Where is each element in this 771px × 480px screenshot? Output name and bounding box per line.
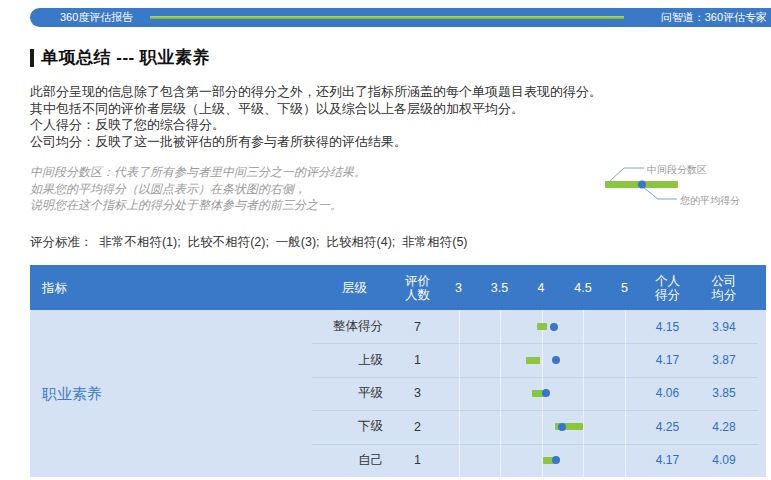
row-personal-score: 4.15: [645, 320, 690, 334]
table-row: 自己 1 4.17 4.09: [30, 444, 766, 477]
header-tick-3-5: 3.5: [479, 281, 520, 295]
row-company-score: 4.28: [690, 420, 758, 434]
middle-band-bar: [526, 357, 540, 364]
average-score-dot: [542, 389, 550, 397]
legend-dot-swatch: [638, 181, 646, 189]
page-title: 单项总结 --- 职业素养: [41, 46, 210, 69]
chart-legend: 中间段分数区 您的平均得分: [600, 160, 771, 212]
note-line: 中间段分数区：代表了所有参与者里中间三分之一的评分结果。: [30, 164, 366, 181]
header-personal-score: 个人 得分: [645, 274, 690, 302]
row-rater-count: 7: [397, 320, 438, 334]
row-company-score: 4.09: [690, 453, 758, 467]
intro-line: 个人得分：反映了您的综合得分。: [30, 117, 602, 134]
legend-dot-label: 您的平均得分: [680, 194, 740, 208]
intro-paragraph: 此部分呈现的信息除了包含第一部分的得分之外，还列出了指标所涵盖的每个单项题目表现…: [30, 84, 602, 150]
row-level-label: 下级: [312, 418, 397, 435]
table-row: 上级 1 4.17 3.87: [30, 343, 766, 376]
header-rater-count: 评价 人数: [397, 274, 438, 302]
intro-line: 公司均分：反映了这一批被评估的所有参与者所获得的评估结果。: [30, 134, 602, 151]
table-body: 职业素养 整体得分 7 4.15 3.94 上级 1 4.17 3.87 平级 …: [30, 310, 766, 477]
middle-band-note: 中间段分数区：代表了所有参与者里中间三分之一的评分结果。 如果您的平均得分（以圆…: [30, 164, 366, 214]
header-company-line1: 公司: [690, 274, 758, 288]
header-rater-count-line1: 评价: [397, 274, 438, 288]
header-personal-line1: 个人: [645, 274, 690, 288]
topbar-green-rule: [150, 16, 624, 19]
row-personal-score: 4.17: [645, 353, 690, 367]
row-personal-score: 4.25: [645, 420, 690, 434]
row-rater-count: 1: [397, 353, 438, 367]
top-bar: 360度评估报告 问智道：360评估专家: [30, 8, 771, 27]
title-accent-bar: [30, 49, 34, 67]
table-row: 平级 3 4.06 3.85: [30, 377, 766, 410]
average-score-dot: [552, 456, 560, 464]
brand-label: 问智道：360评估专家: [661, 10, 767, 25]
middle-band-bar: [537, 323, 548, 330]
section-title: 单项总结 --- 职业素养: [30, 46, 210, 69]
rating-scale-text: 评分标准： 非常不相符(1); 比较不相符(2); 一般(3); 比较相符(4)…: [30, 234, 468, 251]
table-row: 下级 2 4.25 4.28: [30, 410, 766, 443]
row-rater-count: 2: [397, 420, 438, 434]
header-tick-3: 3: [438, 281, 479, 295]
row-personal-score: 4.17: [645, 453, 690, 467]
row-level-label: 自己: [312, 452, 397, 469]
intro-line: 此部分呈现的信息除了包含第一部分的得分之外，还列出了指标所涵盖的每个单项题目表现…: [30, 84, 602, 101]
header-tick-4: 4: [520, 281, 562, 295]
row-level-label: 平级: [312, 385, 397, 402]
intro-line: 其中包括不同的评价者层级（上级、平级、下级）以及综合以上各层级的加权平均分。: [30, 101, 602, 118]
row-company-score: 3.85: [690, 386, 758, 400]
header-company-line2: 均分: [690, 288, 758, 302]
row-personal-score: 4.06: [645, 386, 690, 400]
row-level-label: 整体得分: [312, 318, 397, 335]
header-tick-5: 5: [604, 281, 645, 295]
note-line: 如果您的平均得分（以圆点表示）在条状图的右侧，: [30, 181, 366, 198]
average-score-dot: [552, 356, 560, 364]
note-line: 说明您在这个指标上的得分处于整体参与者的前三分之一。: [30, 197, 366, 214]
row-company-score: 3.94: [690, 320, 758, 334]
header-rater-count-line2: 人数: [397, 288, 438, 302]
table-row: 整体得分 7 4.15 3.94: [30, 310, 766, 343]
row-rater-count: 1: [397, 453, 438, 467]
summary-table: 指标 层级 评价 人数 3 3.5 4 4.5 5 个人 得分 公司 均分 职业…: [30, 265, 766, 477]
header-personal-line2: 得分: [645, 288, 690, 302]
header-level: 层级: [312, 281, 397, 295]
row-rater-count: 3: [397, 386, 438, 400]
report-title: 360度评估报告: [30, 10, 133, 25]
table-header-row: 指标 层级 评价 人数 3 3.5 4 4.5 5 个人 得分 公司 均分: [30, 265, 766, 310]
header-indicator: 指标: [30, 281, 312, 295]
row-level-label: 上级: [312, 352, 397, 369]
header-tick-4-5: 4.5: [562, 281, 604, 295]
legend-band-label: 中间段分数区: [647, 163, 707, 177]
header-company-score: 公司 均分: [690, 274, 758, 302]
row-company-score: 3.87: [690, 353, 758, 367]
average-score-dot: [550, 323, 558, 331]
